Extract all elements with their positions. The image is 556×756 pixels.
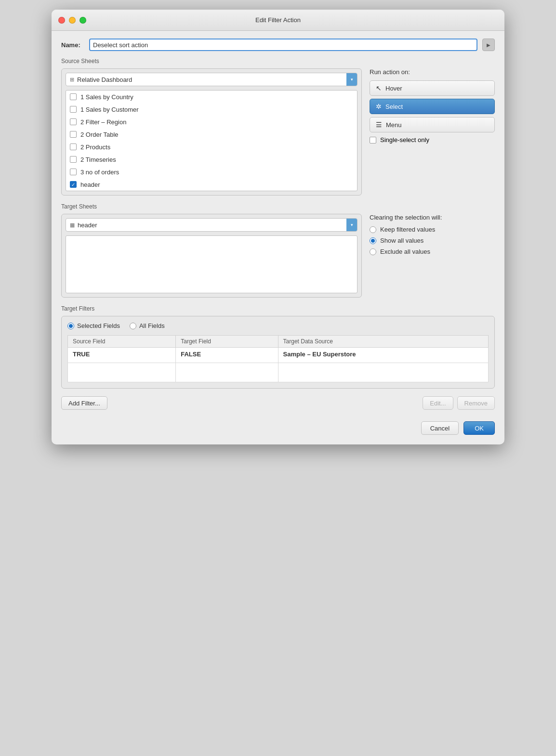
source-dropdown-arrow[interactable]: ▾	[346, 73, 357, 86]
traffic-lights	[58, 17, 86, 24]
selected-fields-label: Selected Fields	[77, 322, 120, 329]
all-fields-option[interactable]: All Fields	[130, 322, 165, 329]
target-dropdown-row: ▦ header ▾	[66, 218, 357, 232]
target-sheets-label: Target Sheets	[61, 203, 495, 210]
edit-button[interactable]: Edit...	[423, 396, 453, 410]
close-button[interactable]	[58, 17, 65, 24]
empty-cell-2	[176, 363, 278, 382]
name-input[interactable]	[89, 39, 477, 51]
cell-data-source: Sample – EU Superstore	[278, 348, 488, 363]
keep-filtered-item: Keep filtered values	[370, 226, 495, 233]
checkbox-filter-region[interactable]	[70, 118, 77, 125]
run-action-panel: Run action on: ↖ Hover ✲ Select ☰ Menu S…	[370, 68, 495, 196]
name-row: Name: ▶	[61, 39, 495, 51]
source-dropdown[interactable]: ⊞ Relative Dashboard ▾	[66, 73, 357, 86]
play-button[interactable]: ▶	[482, 39, 495, 51]
clearing-panel: Clearing the selection will: Keep filter…	[370, 214, 495, 298]
filters-table: Source Field Target Field Target Data So…	[67, 335, 489, 382]
checkbox-sales-country[interactable]	[70, 93, 77, 100]
sheet-label-timeseries: 2 Timeseries	[80, 156, 116, 163]
exclude-all-item: Exclude all values	[370, 248, 495, 255]
sheet-label-sales-customer: 1 Sales by Customer	[80, 106, 139, 113]
single-select-checkbox[interactable]	[370, 137, 376, 143]
show-all-item: Show all values	[370, 237, 495, 244]
sheet-item-products: 2 Products	[66, 141, 357, 153]
source-section: ⊞ Relative Dashboard ▾ 1 Sales by Countr…	[61, 68, 495, 196]
checkbox-timeseries[interactable]	[70, 156, 77, 163]
hover-icon: ↖	[376, 84, 382, 92]
show-all-radio[interactable]	[370, 237, 376, 244]
cancel-button[interactable]: Cancel	[421, 421, 459, 435]
menu-label: Menu	[386, 121, 402, 129]
sheet-item-header: header	[66, 178, 357, 191]
sheet-label-sales-country: 1 Sales by Country	[80, 93, 133, 101]
checkbox-products[interactable]	[70, 143, 77, 150]
name-label: Name:	[61, 41, 84, 49]
keep-filtered-radio[interactable]	[370, 226, 376, 233]
minimize-button[interactable]	[69, 17, 76, 24]
select-icon: ✲	[376, 103, 382, 110]
target-filters-label: Target Filters	[61, 305, 495, 312]
target-dropdown[interactable]: ▦ header ▾	[66, 218, 357, 232]
checkbox-no-of-orders[interactable]	[70, 169, 77, 175]
exclude-all-radio[interactable]	[370, 248, 376, 255]
sheet-label-no-of-orders: 3 no of orders	[80, 169, 119, 176]
cell-target: FALSE	[176, 348, 278, 363]
select-button[interactable]: ✲ Select	[370, 99, 495, 114]
dialog-window: Edit Filter Action Name: ▶ Source Sheets…	[52, 10, 504, 444]
sheet-list: 1 Sales by Country 1 Sales by Customer 2…	[66, 90, 357, 191]
source-sheets-label: Source Sheets	[61, 58, 495, 65]
source-dropdown-value: Relative Dashboard	[77, 76, 132, 83]
col-target-field: Target Field	[176, 336, 278, 348]
sheet-item-no-of-orders: 3 no of orders	[66, 166, 357, 178]
selected-fields-option[interactable]: Selected Fields	[67, 322, 120, 329]
all-fields-label: All Fields	[139, 322, 165, 329]
sheet-item-sales-customer: 1 Sales by Customer	[66, 103, 357, 116]
target-section: ▦ header ▾ Clearing the selection will: …	[61, 214, 495, 298]
target-sheet-icon: ▦	[70, 222, 75, 228]
run-action-label: Run action on:	[370, 68, 495, 76]
remove-button[interactable]: Remove	[457, 396, 495, 410]
keep-filtered-label: Keep filtered values	[380, 226, 435, 233]
target-list-area	[66, 235, 357, 293]
col-source-field: Source Field	[68, 336, 176, 348]
empty-cell-3	[278, 363, 488, 382]
table-empty-row	[68, 363, 489, 382]
selected-fields-radio[interactable]	[67, 323, 74, 329]
sheet-label-order-table: 2 Order Table	[80, 131, 119, 138]
checkbox-order-table[interactable]	[70, 131, 77, 138]
add-filter-button[interactable]: Add Filter...	[61, 396, 107, 410]
filter-action-buttons: Add Filter... Edit... Remove	[61, 396, 495, 410]
single-select-label: Single-select only	[380, 136, 429, 143]
show-all-label: Show all values	[380, 237, 424, 244]
checkbox-sales-customer[interactable]	[70, 106, 77, 113]
hover-button[interactable]: ↖ Hover	[370, 80, 495, 96]
empty-cell-1	[68, 363, 176, 382]
sheet-label-header: header	[80, 181, 100, 188]
sheet-label-filter-region: 2 Filter – Region	[80, 118, 126, 126]
sheet-item-filter-region: 2 Filter – Region	[66, 116, 357, 128]
maximize-button[interactable]	[79, 17, 86, 24]
checkbox-header[interactable]	[70, 181, 77, 188]
select-label: Select	[385, 103, 403, 110]
target-dropdown-arrow[interactable]: ▾	[346, 219, 357, 231]
target-dropdown-value: header	[78, 222, 97, 229]
sheet-item-sales-country: 1 Sales by Country	[66, 91, 357, 103]
title-bar: Edit Filter Action	[52, 10, 504, 31]
source-sheets-panel: ⊞ Relative Dashboard ▾ 1 Sales by Countr…	[61, 68, 362, 196]
sheet-item-order-table: 2 Order Table	[66, 128, 357, 141]
all-fields-radio[interactable]	[130, 323, 136, 329]
single-select-row: Single-select only	[370, 136, 495, 143]
target-sheets-panel: ▦ header ▾	[61, 214, 362, 298]
dialog-footer: Cancel OK	[61, 419, 495, 435]
clearing-label: Clearing the selection will:	[370, 214, 495, 221]
cell-source: TRUE	[68, 348, 176, 363]
tf-header: Selected Fields All Fields	[67, 322, 489, 329]
sheet-item-timeseries: 2 Timeseries	[66, 153, 357, 166]
source-dropdown-row: ⊞ Relative Dashboard ▾	[66, 73, 357, 86]
menu-button[interactable]: ☰ Menu	[370, 117, 495, 132]
col-data-source: Target Data Source	[278, 336, 488, 348]
menu-icon: ☰	[376, 121, 382, 129]
table-row: TRUE FALSE Sample – EU Superstore	[68, 348, 489, 363]
ok-button[interactable]: OK	[463, 421, 495, 435]
